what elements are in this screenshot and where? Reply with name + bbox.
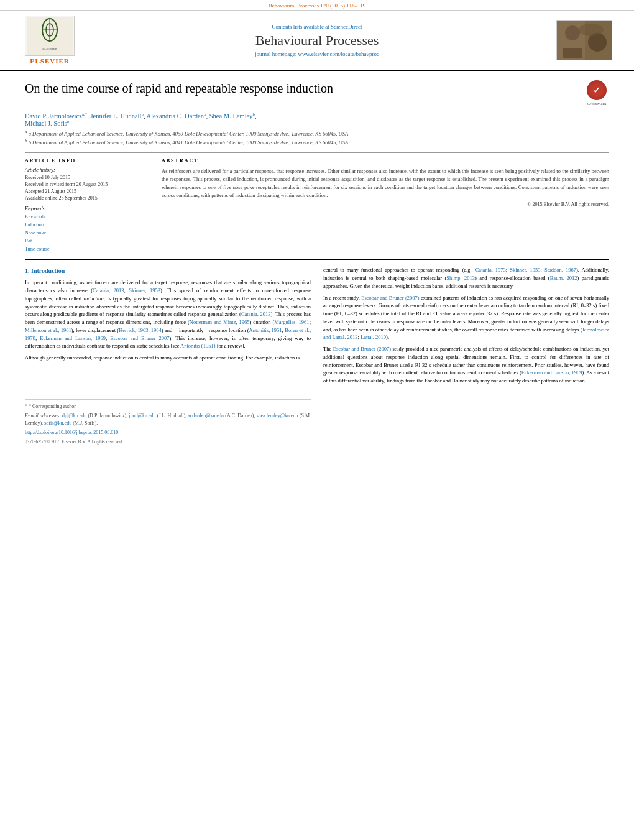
author-sofis[interactable]: Michael J. Sofis: [25, 120, 67, 127]
article-title-section: On the time course of rapid and repeatab…: [25, 80, 609, 106]
ref-antonitis[interactable]: Antonitis, 1951: [249, 327, 282, 333]
body-para-r3: The Escobar and Bruner (2007) study prov…: [323, 345, 609, 385]
ref-catania-2013b[interactable]: Catania, 2013: [241, 311, 271, 317]
received-date: Received 10 July 2015: [25, 175, 149, 180]
ref-herrick-1963[interactable]: Herrick, 1963: [119, 327, 148, 333]
svg-point-8: [565, 25, 580, 40]
keyword-4[interactable]: Rat: [25, 238, 149, 246]
affiliation-b-text: b Department of Applied Behavioral Scien…: [29, 139, 348, 145]
ref-antonitis-review[interactable]: Antonitis (1951): [180, 343, 215, 349]
email-line: E-mail addresses: dpj@ku.edu (D.P. Jarmo…: [25, 412, 311, 427]
ref-escobar-bruner-2007[interactable]: Escobar and Bruner (2007): [361, 295, 419, 301]
body-two-column: 1. Introduction In operant conditioning,…: [25, 266, 609, 447]
email-acdarden[interactable]: acdarden@ku.edu: [188, 413, 224, 418]
body-left-column: 1. Introduction In operant conditioning,…: [25, 266, 311, 447]
author-hudnall[interactable]: Jennifer L. Hudnall: [90, 113, 141, 119]
affiliation-a: a a Department of Applied Behavioral Sci…: [25, 129, 609, 138]
crossmark-logo[interactable]: ✓: [587, 80, 607, 100]
sciencedirect-link[interactable]: ScienceDirect: [331, 24, 362, 30]
email-jhud[interactable]: jhud@ku.edu: [129, 413, 155, 418]
contents-text: Contents lists available at: [272, 24, 329, 30]
separator-line: [25, 259, 609, 260]
contents-line: Contents lists available at ScienceDirec…: [93, 24, 541, 30]
journal-cover-image: [556, 20, 612, 60]
keywords-label: Keywords:: [25, 206, 149, 211]
elsevier-logo-section: ELSEVIER ELSEVIER: [12, 16, 87, 65]
revised-date: Received in revised form 20 August 2015: [25, 182, 149, 187]
journal-title: Behavioural Processes: [93, 32, 541, 48]
abstract-column: ABSTRACT As reinforcers are delivered fo…: [162, 158, 609, 253]
ref-eckerman[interactable]: Eckerman and Lanson, 1969: [40, 335, 106, 341]
page: Behavioural Processes 120 (2015) 116–119…: [0, 0, 634, 840]
article-history-label: Article history:: [25, 167, 149, 173]
doi-link[interactable]: http://dx.doi.org/10.1016/j.beproc.2015.…: [25, 430, 118, 435]
keyword-1[interactable]: Keywords: [25, 213, 149, 221]
ref-escobar-bruner-2007b[interactable]: Escobar and Bruner (2007): [333, 346, 391, 352]
ref-staddon[interactable]: Staddon, 1967: [544, 267, 576, 273]
email-shea[interactable]: shea.lemley@ku.edu: [257, 413, 298, 418]
ref-baum[interactable]: Baum, 2012: [550, 275, 577, 281]
body-para-2: Although generally unrecorded, response …: [25, 354, 311, 362]
info-abstract-section: ARTICLE INFO Article history: Received 1…: [25, 152, 609, 253]
homepage-link[interactable]: www.elsevier.com/locate/behavproc: [298, 51, 379, 57]
article-info-column: ARTICLE INFO Article history: Received 1…: [25, 158, 149, 253]
keyword-3[interactable]: Nose poke: [25, 229, 149, 238]
author-darden[interactable]: Alexandria C. Darden: [147, 113, 204, 119]
svg-text:ELSEVIER: ELSEVIER: [42, 47, 57, 50]
keywords-list: Keywords Induction Nose poke Rat Time co…: [25, 213, 149, 253]
article-history: Article history: Received 10 July 2015 R…: [25, 167, 149, 201]
affiliation-b: b b Department of Applied Behavioral Sci…: [25, 138, 609, 147]
homepage-text: journal homepage:: [255, 51, 296, 57]
journal-homepage: journal homepage: www.elsevier.com/locat…: [93, 51, 541, 57]
article-title: On the time course of rapid and repeatab…: [25, 80, 578, 96]
elsevier-text: ELSEVIER: [30, 57, 70, 65]
issn-line: 0376-6357/© 2015 Elsevier B.V. All right…: [25, 438, 311, 445]
ref-lattal-2010[interactable]: Lattal, 2010: [361, 334, 386, 340]
svg-point-11: [579, 24, 604, 36]
abstract-title: ABSTRACT: [162, 158, 609, 164]
ref-eckerman-lanson[interactable]: Eckerman and Lanson, 1969: [521, 369, 582, 376]
ref-catania-2013[interactable]: Catania, 2013: [93, 287, 124, 293]
journal-bar: Behavioural Processes 120 (2015) 116–119: [0, 0, 634, 11]
affiliations-section: a a Department of Applied Behavioral Sci…: [25, 129, 609, 146]
email-label: E-mail addresses:: [25, 413, 61, 418]
ref-notterman[interactable]: Notterman and Mintz, 1965: [190, 319, 250, 325]
accepted-date: Accepted 21 August 2015: [25, 188, 149, 194]
elsevier-logo: ELSEVIER ELSEVIER: [25, 16, 75, 65]
ref-skinner-1953[interactable]: Skinner, 1953: [129, 287, 160, 293]
body-para-1: In operant conditioning, as reinforcers …: [25, 279, 311, 350]
ref-shimp[interactable]: Shimp, 2013: [446, 275, 475, 281]
article-info-title: ARTICLE INFO: [25, 158, 149, 164]
authors-text: David P. Jarmolowicza,*, Jennifer L. Hud…: [25, 113, 257, 127]
body-right-column: central to many functional approaches to…: [323, 266, 609, 447]
available-date: Available online 25 September 2015: [25, 195, 149, 201]
journal-image-section: [547, 20, 622, 60]
crossmark-section: ✓ CrossMark: [584, 80, 609, 106]
svg-rect-10: [563, 48, 582, 58]
email-dpj[interactable]: dpj@ku.edu: [62, 413, 86, 418]
section1-heading: 1. Introduction: [25, 266, 311, 275]
author-jarmolowicz[interactable]: David P. Jarmolowicz: [25, 113, 82, 119]
keyword-5[interactable]: Time course: [25, 246, 149, 254]
main-content: On the time course of rapid and repeatab…: [0, 71, 634, 453]
corresponding-label: * * Corresponding author.: [25, 403, 311, 410]
ref-millenson[interactable]: Millenson et al., 1961: [25, 327, 71, 333]
body-para-r2: In a recent study, Escobar and Bruner (2…: [323, 294, 609, 342]
ref-margulies[interactable]: Margulies, 1961: [274, 319, 309, 325]
keywords-section: Keywords: Keywords Induction Nose poke R…: [25, 206, 149, 253]
ref-herrick-1964[interactable]: 1964: [151, 327, 162, 333]
keyword-2[interactable]: Induction: [25, 221, 149, 229]
abstract-copyright: © 2015 Elsevier B.V. All rights reserved…: [162, 201, 609, 207]
crossmark-label: CrossMark: [587, 101, 606, 106]
author-lemley[interactable]: Shea M. Lemley: [209, 113, 253, 119]
authors-section: David P. Jarmolowicza,*, Jennifer L. Hud…: [25, 111, 609, 127]
abstract-text: As reinforcers are delivered for a parti…: [162, 167, 609, 199]
ref-skinner-1953r[interactable]: Skinner, 1953: [510, 267, 540, 273]
email-sofis[interactable]: sofis@ku.edu: [44, 420, 71, 426]
journal-citation: Behavioural Processes 120 (2015) 116–119: [269, 2, 365, 9]
ref-catania-1973[interactable]: Catania, 1973: [476, 267, 506, 273]
journal-header-center: Contents lists available at ScienceDirec…: [93, 24, 541, 57]
elsevier-image: ELSEVIER: [25, 16, 75, 56]
footnotes-section: * * Corresponding author. E-mail address…: [25, 399, 311, 445]
ref-escobar-bruner[interactable]: Escobar and Bruner 2007: [110, 335, 169, 341]
